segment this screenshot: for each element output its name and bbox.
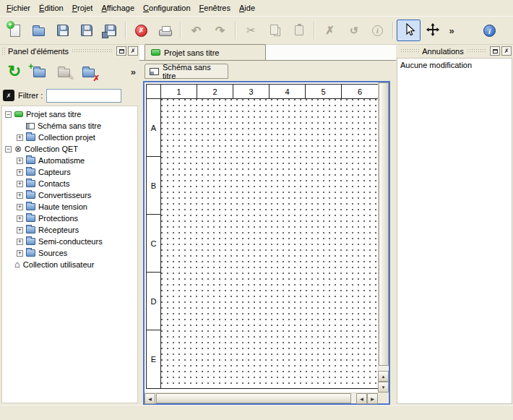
save-as-icon: ✎ <box>81 25 92 36</box>
float-panel-button[interactable] <box>490 46 500 56</box>
undo-history-list[interactable]: Aucune modification <box>397 58 512 404</box>
new-element-button[interactable]: + <box>27 60 51 83</box>
tree-item-capteurs[interactable]: + Capteurs <box>2 166 137 178</box>
menu-affichage[interactable]: Affichage <box>97 1 139 14</box>
tree-item-collection-qet[interactable]: − ⊗ Collection QET <box>2 143 137 155</box>
scroll-up-button[interactable]: ▲ <box>378 371 389 382</box>
save-all-button[interactable] <box>98 20 122 41</box>
undo-button[interactable]: ↶ <box>184 20 208 41</box>
menu-edition[interactable]: Édition <box>35 1 68 14</box>
delete-element-button[interactable]: ✗ <box>76 60 100 83</box>
elements-panel-titlebar[interactable]: Panel d'éléments ✗ <box>0 45 139 57</box>
expander-icon[interactable]: + <box>17 215 23 222</box>
vertical-scrollbar[interactable]: ▲ ▼ <box>378 82 389 393</box>
copy-button[interactable] <box>263 20 287 41</box>
save-button[interactable] <box>51 20 74 41</box>
new-document-icon: + <box>10 25 20 37</box>
tree-item-automatisme[interactable]: + Automatisme <box>2 155 137 166</box>
filter-input[interactable] <box>46 89 121 103</box>
print-button[interactable] <box>153 20 177 41</box>
select-tool-button[interactable] <box>397 20 421 41</box>
arrow-up-icon: ▲ <box>381 374 386 379</box>
panel-overflow-button[interactable]: » <box>131 67 136 77</box>
menu-fichier[interactable]: Fichier <box>2 1 35 14</box>
horizontal-scroll-thumb[interactable] <box>156 393 351 403</box>
tree-item-semi-conducteurs[interactable]: + Semi-conducteurs <box>2 236 137 247</box>
vertical-scroll-thumb[interactable] <box>379 82 389 366</box>
open-project-button[interactable] <box>27 20 51 41</box>
expander-icon[interactable]: − <box>5 111 12 118</box>
horizontal-scrollbar[interactable]: ◀ ◀ ▶ <box>145 393 378 403</box>
diagram-canvas[interactable]: 1 2 3 4 5 6 A B C D E <box>145 82 378 393</box>
scroll-down-button[interactable]: ▼ <box>378 382 389 393</box>
dock-grip[interactable] <box>1 47 6 55</box>
expander-icon[interactable]: + <box>17 169 23 176</box>
dock-grip[interactable] <box>72 48 112 53</box>
paste-button[interactable] <box>287 20 311 41</box>
expander-icon[interactable]: + <box>17 192 23 199</box>
expander-icon[interactable]: + <box>17 250 23 257</box>
scroll-left-button[interactable]: ◀ <box>356 393 367 404</box>
toolbar-separator <box>235 22 236 39</box>
delete-button[interactable]: ✗ <box>318 20 342 41</box>
tree-item-protections[interactable]: + Protections <box>2 213 137 224</box>
expander-icon[interactable]: − <box>5 146 12 153</box>
folder-icon <box>26 215 35 222</box>
move-tool-button[interactable] <box>421 20 444 41</box>
edit-element-button[interactable]: ✎ <box>51 60 76 83</box>
scroll-right-button[interactable]: ▶ <box>367 393 378 404</box>
undo-panel-titlebar[interactable]: Annulations ✗ <box>396 45 513 57</box>
toolbar-separator <box>392 22 394 39</box>
tree-item-schema[interactable]: Schéma sans titre <box>2 120 137 132</box>
tree-item-haute-tension[interactable]: + Haute tension <box>2 201 137 213</box>
dock-grip[interactable] <box>467 48 486 53</box>
folder-icon <box>26 180 35 187</box>
about-qet-button[interactable]: i <box>478 20 501 41</box>
tree-item-label: Schéma sans titre <box>38 121 101 130</box>
expander-icon[interactable]: + <box>17 158 23 164</box>
tree-item-contacts[interactable]: + Contacts <box>2 178 137 189</box>
diagram-grid-area[interactable] <box>161 99 378 388</box>
menu-aide[interactable]: Aide <box>235 1 259 14</box>
close-icon: ✗ <box>131 48 136 54</box>
new-project-button[interactable]: + <box>3 20 27 41</box>
close-panel-button[interactable]: ✗ <box>128 46 138 56</box>
tab-projet-sans-titre[interactable]: Projet sans titre <box>145 44 266 60</box>
clear-filter-button[interactable]: ✗ <box>3 90 14 101</box>
menu-projet[interactable]: Projet <box>68 1 98 14</box>
menu-configuration[interactable]: Configuration <box>139 1 194 14</box>
dock-grip[interactable] <box>400 48 419 53</box>
expander-icon[interactable]: + <box>17 134 23 141</box>
rotate-button[interactable]: ↺ <box>342 20 366 41</box>
folder-icon <box>26 157 35 164</box>
scroll-left-button[interactable]: ◀ <box>145 393 155 404</box>
folder-icon <box>26 203 35 210</box>
tree-item-collection-utilisateur[interactable]: ⌂ Collection utilisateur <box>2 259 137 270</box>
folder-icon <box>26 249 35 257</box>
tree-item-project[interactable]: − Projet sans titre <box>2 108 137 120</box>
tab-schema-sans-titre[interactable]: Schéma sans titre <box>145 64 228 79</box>
float-panel-button[interactable] <box>116 46 126 56</box>
save-as-button[interactable]: ✎ <box>74 20 98 41</box>
tree-item-sources[interactable]: + Sources <box>2 247 137 259</box>
save-icon <box>57 25 69 36</box>
tree-item-label: Protections <box>38 214 78 223</box>
expander-icon[interactable]: + <box>17 239 23 245</box>
row-header: C <box>147 215 161 273</box>
close-panel-button[interactable]: ✗ <box>501 46 512 56</box>
expander-icon[interactable]: + <box>17 204 23 210</box>
tree-item-recepteurs[interactable]: + Récepteurs <box>2 224 137 236</box>
redo-button[interactable]: ↷ <box>208 20 232 41</box>
menu-fenetres[interactable]: Fenêtres <box>195 1 235 14</box>
tree-item-convertisseurs[interactable]: + Convertisseurs <box>2 189 137 201</box>
toolbar-overflow-button[interactable]: » <box>444 20 459 41</box>
reload-collections-button[interactable]: ↻ <box>2 60 27 83</box>
undo-panel: Annulations ✗ Aucune modification <box>396 45 513 405</box>
tree-item-collection-projet[interactable]: + Collection projet <box>2 132 137 143</box>
expander-icon[interactable]: + <box>17 181 23 187</box>
expander-icon[interactable]: + <box>17 227 23 233</box>
cut-button[interactable]: ✂ <box>239 20 263 41</box>
close-project-button[interactable]: ✗ <box>129 20 153 41</box>
element-info-button[interactable]: i <box>366 20 389 41</box>
tree-item-label: Collection projet <box>38 133 95 142</box>
